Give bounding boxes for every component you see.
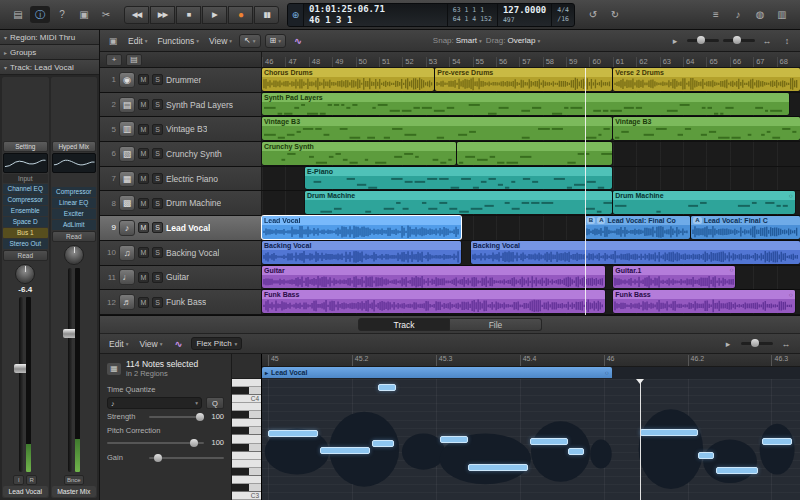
ruler-bar-58[interactable]: 58 <box>543 57 566 67</box>
mute-button[interactable]: M <box>138 272 149 283</box>
volume-fader[interactable] <box>19 297 23 472</box>
ruler-bar-59[interactable]: 59 <box>566 57 589 67</box>
slider-thumb[interactable] <box>733 36 741 44</box>
solo-button[interactable]: S <box>152 99 163 110</box>
snap-control[interactable]: Snap:Smart▾ <box>433 36 482 45</box>
flex-pitch-note[interactable] <box>320 447 370 454</box>
cycle-icon[interactable]: ↻ <box>605 6 625 23</box>
piano-key-d4[interactable] <box>232 379 261 387</box>
region-lead-vocal-final-co[interactable]: BALead Vocal: Final Co <box>585 216 690 239</box>
region-vintage-b3[interactable]: Vintage B3 <box>613 117 800 140</box>
ruler-bar-54[interactable]: 54 <box>449 57 472 67</box>
zoom-vertical-icon[interactable]: ↕ <box>779 34 795 48</box>
region-lead-vocal[interactable]: Lead Vocal <box>262 216 461 239</box>
ruler-bar-55[interactable]: 55 <box>473 57 496 67</box>
record-enable-button[interactable]: R <box>26 475 37 485</box>
slider-thumb[interactable] <box>196 413 204 421</box>
solo-button[interactable]: S <box>152 173 163 184</box>
menu-view[interactable]: View▾ <box>206 35 235 47</box>
ruler-bar-49[interactable]: 49 <box>332 57 355 67</box>
track-header-funk-bass[interactable]: 12♬MSFunk Bass <box>100 290 262 314</box>
solo-button[interactable]: S <box>152 198 163 209</box>
catch-playhead-icon[interactable]: ▸ <box>667 34 683 48</box>
plugin-slot[interactable]: Space D <box>3 217 48 227</box>
plugin-slot[interactable]: Linear EQ <box>52 198 97 208</box>
bounce-button[interactable]: Bnce <box>64 475 84 485</box>
apple-loops-icon[interactable]: ◍ <box>750 6 770 23</box>
ruler-bar-56[interactable]: 56 <box>496 57 519 67</box>
ruler-bar-47[interactable]: 47 <box>285 57 308 67</box>
take-badge[interactable]: A <box>693 217 701 224</box>
track-lane[interactable]: Crunchy Synth <box>262 142 800 166</box>
automation-mode-button[interactable]: Read <box>52 231 97 242</box>
slider-thumb[interactable] <box>751 339 759 347</box>
track-header-drum-machine[interactable]: 8▩MSDrum Machine <box>100 191 262 215</box>
menu-edit[interactable]: Edit▾ <box>125 35 150 47</box>
track-lane[interactable]: GuitarGuitar.1◌ <box>262 266 800 290</box>
bar-ruler[interactable]: 4647484950515253545556575859606162636465… <box>262 52 800 67</box>
ruler-bar-52[interactable]: 52 <box>402 57 425 67</box>
rewind-button[interactable]: ◀◀ <box>124 6 149 24</box>
flex-pitch-note[interactable] <box>640 429 698 436</box>
send-slot[interactable]: Bus 1 <box>3 228 48 238</box>
editor-flex-icon[interactable]: ∿ <box>170 337 186 351</box>
region-inspector-header[interactable]: ▾ Region: MIDI Thru <box>0 30 99 45</box>
vertical-zoom-slider[interactable] <box>723 39 755 42</box>
solo-button[interactable]: S <box>152 247 163 258</box>
ruler-bar-61[interactable]: 61 <box>613 57 636 67</box>
flex-pitch-note[interactable] <box>468 464 528 471</box>
inspector-toggle-icon[interactable]: ⓘ <box>30 6 50 23</box>
track-header-electric-piano[interactable]: 7▦MSElectric Piano <box>100 167 262 191</box>
flex-pitch-note[interactable] <box>698 452 714 459</box>
eq-display[interactable] <box>3 153 48 173</box>
forward-button[interactable]: ▶▶ <box>150 6 175 24</box>
stop-button[interactable]: ■ <box>176 6 201 24</box>
track-lane[interactable]: Vintage B3Vintage B3 <box>262 117 800 141</box>
ruler-bar-57[interactable]: 57 <box>519 57 542 67</box>
ruler-bar-48[interactable]: 48 <box>309 57 332 67</box>
track-lane[interactable]: Funk BassFunk Bass◌ <box>262 290 800 314</box>
channel-setting-button[interactable]: Hyped Mix <box>52 141 97 152</box>
ruler-bar-46[interactable]: 46 <box>262 57 285 67</box>
tab-track[interactable]: Track <box>358 318 450 331</box>
piano-key-f3[interactable] <box>232 452 261 460</box>
ruler-bar-51[interactable]: 51 <box>379 57 402 67</box>
ruler-bar-67[interactable]: 67 <box>753 57 776 67</box>
track-lane[interactable]: Drum MachineDrum Machine◌ <box>262 191 800 215</box>
region-synth-pad-layers[interactable]: Synth Pad Layers <box>262 93 789 116</box>
zoom-horizontal-icon[interactable]: ↔ <box>759 34 775 48</box>
track-lane[interactable]: Backing VocalBacking Vocal <box>262 241 800 265</box>
pan-knob[interactable] <box>64 245 84 265</box>
region-crunchy-synth[interactable]: Crunchy Synth <box>262 142 456 165</box>
track-header-lead-vocal[interactable]: 9♪MSLead Vocal <box>100 216 262 240</box>
editor-ruler[interactable]: 4545.245.345.44646.246.3 <box>262 354 800 367</box>
eq-display[interactable] <box>52 153 97 173</box>
editor-region-header[interactable]: ▸ Lead Vocal ◌ <box>262 367 612 378</box>
flex-pitch-note[interactable] <box>530 438 568 445</box>
region-guitar[interactable]: Guitar <box>262 266 605 289</box>
volume-fader[interactable] <box>68 268 72 472</box>
piano-key-c3[interactable]: C3 <box>232 492 261 500</box>
flex-pitch-note[interactable] <box>568 448 584 455</box>
pointer-tool[interactable]: ↖▾ <box>239 34 260 48</box>
automation-mode-button[interactable]: Read <box>3 250 48 261</box>
toolbar-toggle-icon[interactable]: ▣ <box>74 6 94 23</box>
quick-help-icon[interactable]: ? <box>52 6 72 23</box>
flex-pitch-canvas[interactable] <box>262 379 800 500</box>
input-monitor-button[interactable]: I <box>13 475 24 485</box>
ruler-bar-62[interactable]: 62 <box>636 57 659 67</box>
flex-pitch-note[interactable] <box>372 440 395 447</box>
flex-icon[interactable]: ∿ <box>290 34 306 48</box>
output-slot[interactable]: Stereo Out <box>3 239 48 249</box>
mute-button[interactable]: M <box>138 99 149 110</box>
piano-key[interactable] <box>232 411 261 419</box>
horizontal-zoom-slider[interactable] <box>687 39 719 42</box>
plugin-slot[interactable]: Channel EQ <box>3 184 48 194</box>
piano-key-d3[interactable] <box>232 476 261 484</box>
add-track-button[interactable]: + <box>106 54 122 66</box>
mute-button[interactable]: M <box>138 247 149 258</box>
editor-menu-edit[interactable]: Edit▾ <box>106 338 131 350</box>
piano-key-g3[interactable] <box>232 435 261 443</box>
region-lead-vocal-final-c[interactable]: ALead Vocal: Final C <box>691 216 800 239</box>
flex-pitch-note[interactable] <box>268 430 318 437</box>
